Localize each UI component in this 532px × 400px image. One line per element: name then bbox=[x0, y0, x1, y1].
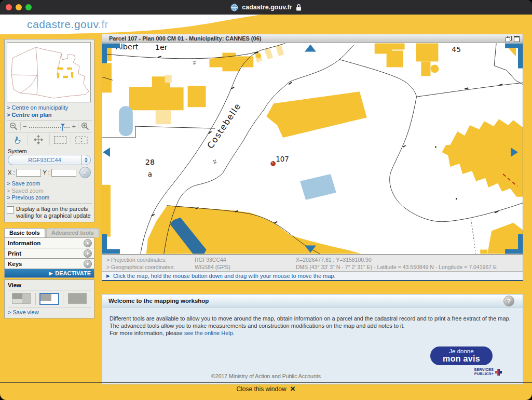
street-label-1er: 1er bbox=[155, 43, 168, 51]
centre-on-plan-link[interactable]: > Centre on plan bbox=[7, 112, 92, 119]
view-layout-map-left-button[interactable] bbox=[39, 293, 59, 305]
magnifier-plus-icon bbox=[81, 122, 89, 130]
check-icon: ✓ bbox=[83, 169, 88, 176]
welcome-title: Welcome to the mapping workshop bbox=[108, 298, 209, 304]
minimap-extent-marker bbox=[58, 69, 72, 77]
feedback-line2: mon avis bbox=[443, 355, 480, 363]
accordion-item-print[interactable]: Print bbox=[5, 248, 94, 259]
parcel-label-107: 107 bbox=[276, 155, 289, 163]
house-number-24: 24 bbox=[212, 159, 217, 164]
close-x-icon: ✕ bbox=[290, 385, 296, 393]
y-coordinate-input[interactable] bbox=[51, 169, 76, 177]
maximize-panel-icon[interactable] bbox=[513, 35, 520, 42]
pan-left-arrow[interactable] bbox=[103, 148, 110, 157]
dashed-rectangle-icon bbox=[54, 136, 66, 144]
zoom-out-button[interactable] bbox=[7, 122, 21, 130]
deactivate-button[interactable]: ▶ DEACTIVATE bbox=[5, 269, 94, 277]
view-layout-options bbox=[8, 290, 91, 308]
close-this-window-button[interactable]: Close this window ✕ bbox=[0, 385, 532, 393]
pan-arrows-tool-button[interactable] bbox=[28, 134, 49, 145]
projection-values: X=2026477.81 ; Y=3158100.90 bbox=[296, 256, 523, 263]
x-coordinate-input[interactable] bbox=[16, 169, 41, 177]
tools-accordion: Information Print Keys ▶ DEACTIVATE bbox=[4, 237, 94, 278]
flag-checkbox-row: Display a flag on the parcels waiting fo… bbox=[7, 205, 92, 220]
parcel-label-28a: a bbox=[148, 170, 152, 178]
projection-coordinates-row: > Projection coordinates: RGF93CC44 X=20… bbox=[102, 256, 523, 263]
house-number-36: 36 bbox=[192, 60, 197, 65]
select-stepper-icon[interactable] bbox=[81, 155, 90, 165]
corner-handle-bottom-left[interactable] bbox=[102, 234, 120, 254]
zoom-rectangle-tool-button[interactable] bbox=[49, 134, 71, 145]
pool-shape bbox=[119, 106, 133, 136]
view-layout-full-button[interactable] bbox=[68, 293, 87, 304]
x-label: X : bbox=[8, 169, 15, 176]
pool-shape bbox=[300, 174, 336, 200]
street-label-costebelle: Costebelle bbox=[206, 101, 243, 151]
zoom-slider-track[interactable] bbox=[29, 124, 70, 129]
road-tick-marks bbox=[152, 52, 502, 223]
accordion-item-keys[interactable]: Keys bbox=[5, 259, 94, 269]
previous-zoom-link[interactable]: > Previous zoom bbox=[7, 194, 92, 202]
zoom-plus-label[interactable]: + bbox=[72, 123, 76, 130]
coordinates-bar: > Projection coordinates: RGF93CC44 X=20… bbox=[102, 255, 523, 272]
save-zoom-link[interactable]: > Save zoom bbox=[7, 180, 92, 188]
welcome-paragraph-1: Different tools are available to allow y… bbox=[110, 315, 515, 322]
zoom-slider-handle[interactable] bbox=[61, 124, 65, 127]
help-icon[interactable]: ? bbox=[503, 296, 514, 306]
feedback-button[interactable]: Je donne mon avis bbox=[430, 346, 493, 365]
geographic-values: DMS (43° 33' 3" N - 7° 2' 31" E) - Latit… bbox=[296, 263, 523, 271]
coordinate-go-button[interactable]: ✓ bbox=[79, 167, 91, 178]
arrow-right-icon: ▶ bbox=[49, 271, 52, 276]
map-panel-header: Parcel 107 - Plan 000 CM 01 - Municipali… bbox=[102, 34, 523, 43]
page-title: cadastre.gouv.fr bbox=[242, 4, 292, 11]
centre-on-municipality-link[interactable]: > Centre on municipality bbox=[7, 104, 92, 112]
feedback-line1: Je donne bbox=[449, 349, 473, 355]
logo-suffix: .fr bbox=[98, 18, 108, 30]
welcome-paragraph-2: The advanced tools allow you to make mea… bbox=[110, 322, 515, 329]
tab-advanced-tools[interactable]: Advanced tools bbox=[46, 228, 99, 237]
expand-arrow-icon[interactable] bbox=[84, 239, 92, 247]
move-arrows-icon bbox=[34, 135, 43, 144]
zoom-in-button[interactable] bbox=[78, 122, 92, 130]
logo-main: cadastre.gouv bbox=[27, 18, 98, 30]
restore-panel-icon[interactable] bbox=[505, 35, 512, 42]
parcel-label-45: 45 bbox=[452, 45, 461, 54]
browser-window: cadastre.gouv.fr cadastre.gouv.fr bbox=[0, 0, 532, 400]
accordion-item-information[interactable]: Information bbox=[5, 238, 94, 248]
accordion-label: Keys bbox=[8, 261, 22, 267]
arrow-right-icon: ▶ bbox=[106, 273, 110, 278]
pan-up-arrow[interactable] bbox=[305, 44, 316, 51]
welcome-body: Different tools are available to allow y… bbox=[102, 308, 523, 337]
browser-titlebar: cadastre.gouv.fr bbox=[0, 0, 532, 15]
pan-hand-tool-button[interactable] bbox=[7, 134, 28, 145]
view-panel: View > Save view bbox=[4, 279, 94, 318]
map-viewport[interactable]: Albert 1er 45 28 a 107 Costebelle 24 36 bbox=[102, 43, 523, 255]
expand-arrow-icon[interactable] bbox=[84, 260, 92, 268]
flag-checkbox[interactable] bbox=[7, 206, 14, 214]
expand-arrow-icon[interactable] bbox=[84, 249, 92, 258]
tab-basic-tools[interactable]: Basic tools bbox=[4, 228, 45, 237]
zoom-minus-label[interactable]: − bbox=[23, 123, 27, 130]
map-panel: Parcel 107 - Plan 000 CM 01 - Municipali… bbox=[102, 34, 523, 281]
close-window-label: Close this window bbox=[237, 385, 287, 393]
welcome-panel: Welcome to the mapping workshop ? Differ… bbox=[102, 294, 523, 384]
view-layout-split-button[interactable] bbox=[12, 293, 31, 304]
system-label: System bbox=[8, 148, 91, 154]
accordion-label: Print bbox=[8, 250, 21, 257]
save-view-link[interactable]: > Save view bbox=[8, 309, 91, 316]
saved-zoom-link: > Saved zoom bbox=[7, 188, 92, 195]
overview-minimap[interactable] bbox=[7, 42, 91, 102]
geographic-system: WGS84 (GPS) bbox=[195, 263, 296, 271]
geographic-coordinates-row: > Geographical coordinates: WGS84 (GPS) … bbox=[102, 263, 523, 271]
zoom-slider-row: − + bbox=[7, 120, 92, 132]
online-help-link[interactable]: see the online Help bbox=[184, 330, 233, 336]
extent-rectangle-tool-button[interactable] bbox=[71, 134, 92, 145]
system-select[interactable]: RGF93CC44 bbox=[8, 155, 91, 165]
map-hint-bar: ▶ Click the map, hold the mouse button d… bbox=[102, 272, 523, 281]
cadastre-logo[interactable]: cadastre.gouv.fr bbox=[27, 18, 108, 31]
corner-handle-top-right[interactable] bbox=[505, 44, 523, 69]
cadastral-map[interactable]: Albert 1er 45 28 a 107 Costebelle 24 36 bbox=[102, 43, 523, 254]
deactivate-label: DEACTIVATE bbox=[55, 270, 91, 276]
map-hint-text: Click the map, hold the mouse button dow… bbox=[113, 273, 336, 279]
system-select-value: RGF93CC44 bbox=[8, 157, 81, 163]
